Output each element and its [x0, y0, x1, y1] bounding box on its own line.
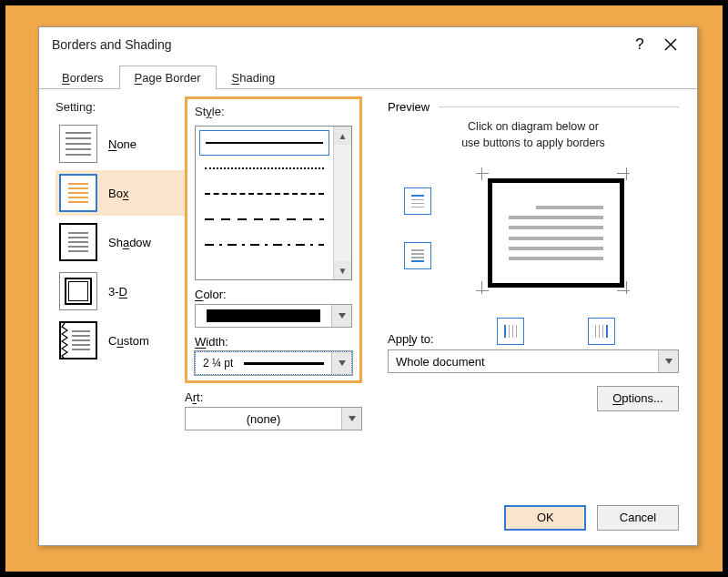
- setting-none[interactable]: None: [56, 121, 185, 167]
- style-dashed-small[interactable]: [199, 181, 329, 207]
- svg-marker-5: [665, 359, 672, 364]
- setting-panel: Setting: None Box: [56, 100, 185, 474]
- color-dropdown[interactable]: [195, 304, 352, 328]
- art-dropdown[interactable]: (none): [185, 407, 362, 430]
- outer-frame: Borders and Shading ? Borders Page Borde…: [0, 0, 728, 577]
- setting-3d[interactable]: 3-D: [56, 268, 185, 314]
- border-right-icon: [595, 325, 608, 338]
- tab-shading[interactable]: Shading: [217, 66, 291, 89]
- style-dotted[interactable]: [199, 156, 329, 181]
- apply-to-panel: Apply to: Whole document Options...: [388, 332, 679, 411]
- color-swatch: [207, 309, 320, 322]
- tabstrip: Borders Page Border Shading: [39, 62, 697, 89]
- tab-page-border[interactable]: Page Border: [119, 66, 217, 89]
- chevron-down-icon: [331, 352, 351, 374]
- preview-page[interactable]: [488, 178, 624, 288]
- dialog-footer: OK Cancel: [497, 505, 679, 531]
- border-left-icon: [504, 325, 517, 338]
- width-dropdown[interactable]: 2 ¼ pt: [195, 351, 352, 375]
- preview-header: Preview: [388, 100, 679, 114]
- highlight-box: Style: ▲ ▼: [185, 96, 362, 383]
- style-scrollbar[interactable]: ▲ ▼: [333, 127, 351, 279]
- style-solid[interactable]: [199, 130, 329, 156]
- style-dash-dot[interactable]: [199, 232, 329, 258]
- art-value: (none): [186, 408, 341, 430]
- cancel-button[interactable]: Cancel: [597, 505, 679, 531]
- borders-shading-dialog: Borders and Shading ? Borders Page Borde…: [38, 26, 698, 546]
- scroll-down-icon[interactable]: ▼: [334, 261, 351, 279]
- tab-borders[interactable]: Borders: [46, 66, 119, 89]
- scroll-up-icon[interactable]: ▲: [334, 127, 351, 145]
- art-label: Art:: [185, 390, 362, 404]
- ok-button[interactable]: OK: [504, 505, 586, 531]
- custom-icon: [59, 321, 97, 359]
- border-right-button[interactable]: [588, 318, 615, 345]
- three-d-icon: [59, 272, 97, 310]
- width-label: Width:: [195, 335, 352, 349]
- style-dashed-large[interactable]: [199, 207, 329, 232]
- preview-area: [388, 167, 679, 309]
- chevron-down-icon: [331, 305, 351, 327]
- style-label: Style:: [195, 105, 352, 118]
- svg-marker-3: [339, 360, 346, 366]
- svg-marker-2: [339, 313, 346, 319]
- shadow-icon: [59, 223, 97, 261]
- setting-shadow[interactable]: Shadow: [56, 219, 185, 265]
- border-bottom-icon: [411, 249, 424, 262]
- help-button[interactable]: ?: [624, 30, 655, 59]
- border-top-icon: [411, 195, 424, 208]
- style-list[interactable]: ▲ ▼: [195, 126, 352, 280]
- setting-custom[interactable]: Custom: [56, 318, 185, 363]
- dialog-body: Setting: None Box: [39, 89, 697, 485]
- box-icon: [59, 174, 97, 212]
- border-left-button[interactable]: [497, 318, 524, 345]
- border-bottom-button[interactable]: [404, 242, 431, 269]
- svg-marker-4: [349, 416, 356, 421]
- width-value: 2 ¼ pt: [203, 357, 233, 369]
- style-panel: Style: ▲ ▼: [185, 100, 362, 474]
- color-label: Color:: [195, 288, 352, 301]
- dialog-title: Borders and Shading: [52, 37, 172, 52]
- apply-to-dropdown[interactable]: Whole document: [388, 349, 679, 373]
- preview-hint: Click on diagram below or use buttons to…: [388, 119, 679, 151]
- art-panel: Art: (none): [185, 390, 362, 430]
- chevron-down-icon: [658, 350, 678, 372]
- close-button[interactable]: [655, 30, 686, 59]
- chevron-down-icon: [341, 408, 361, 430]
- border-top-button[interactable]: [404, 187, 431, 215]
- setting-label: Setting:: [56, 100, 185, 114]
- preview-panel: Preview Click on diagram below or use bu…: [362, 100, 679, 474]
- apply-to-value: Whole document: [389, 350, 658, 372]
- setting-box[interactable]: Box: [56, 170, 185, 216]
- none-icon: [59, 125, 97, 163]
- close-icon: [664, 38, 677, 51]
- titlebar: Borders and Shading ?: [39, 27, 697, 62]
- options-button[interactable]: Options...: [597, 386, 679, 411]
- apply-to-label: Apply to:: [388, 332, 679, 346]
